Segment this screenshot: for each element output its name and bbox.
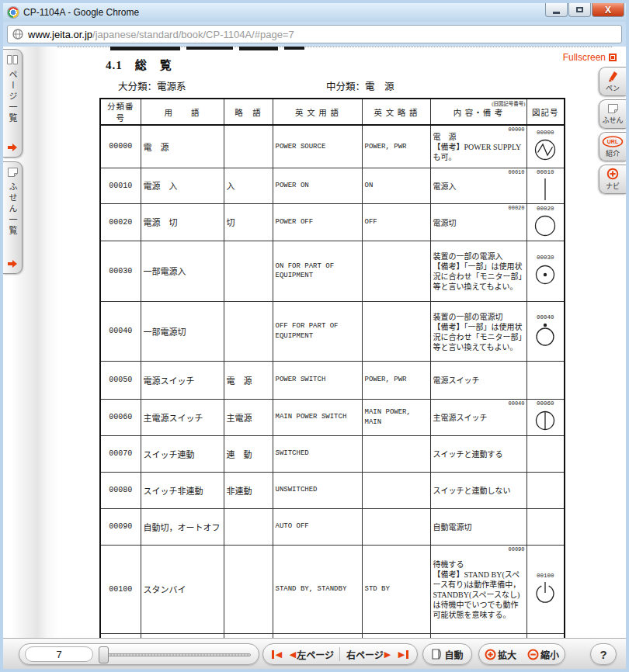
cell-term: 自動切，オートオフ [141,508,224,545]
header-note: (旧図記号番号) 内 容・備 考 [430,99,526,125]
header-english-abbr: 英 文 略 語 [362,99,430,125]
left-page-button[interactable]: ◀左ページ [289,648,334,661]
fullscreen-label: Fullscreen [563,52,606,63]
symbol-number: 00030 [530,255,562,262]
cell-class-number: 00030 [100,241,141,301]
cell-symbol: 00030 [526,241,565,301]
power-source-icon [533,137,558,163]
page-slider-track[interactable] [103,653,251,656]
first-page-button[interactable]: ◀ [271,649,283,660]
circle-icon [533,213,558,239]
minimize-icon [553,12,560,14]
cell-english-abbr: MAIN POWER, MAIN [362,399,430,435]
sidebar-tab-label: ペン [606,83,620,93]
cell-note: 00020電源切 [430,203,526,241]
cell-english-term: ON FOR PART OF EQUIPMENT [273,241,362,301]
arrow-right-icon [7,143,18,152]
cell-english-term: MAIN POWER SWITCH [273,399,362,435]
sidebar-tab-url-share[interactable]: URL 紹介 [599,132,626,161]
last-page-icon [406,650,408,659]
browser-window: CP-1104A - Google Chrome X www.jeita.or.… [0,0,629,672]
sidebar-tab-label: ページ一覧 [6,70,19,143]
first-page-icon [272,650,274,659]
old-symbol-number: 00090 [508,546,524,552]
cell-abbr: 切 [224,203,273,241]
cell-english-term: POWER ON [273,168,362,203]
maximize-button[interactable] [568,3,591,17]
cell-symbol [526,435,565,472]
cell-abbr: 主電源 [224,399,273,435]
symbol-number: 00060 [530,400,562,407]
cell-class-number: 00020 [100,203,141,241]
table-row: 00010電源 入入POWER ONON00010電源入00010 [100,168,565,203]
cell-abbr: 非連動 [224,472,273,508]
right-page-button[interactable]: 右ページ▶ [346,648,391,661]
help-button[interactable]: ? [590,643,617,665]
address-bar[interactable]: www.jeita.or.jp/japanese/standard/book/C… [7,25,622,43]
sidebar-tab-pen[interactable]: ペン [599,67,626,96]
cell-english-abbr [362,301,430,361]
cell-english-abbr: ON [362,168,430,203]
circle-line-icon [533,407,558,434]
cell-english-term: UNSWITCHED [273,472,362,508]
table-row: 00070スイッチ連動連 動SWITCHEDスイッチと連動する [100,435,565,472]
cell-note: 自動電源切 [430,508,526,545]
window-title: CP-1104A - Google Chrome [23,7,139,18]
cell-english-abbr [362,435,430,472]
cell-class-number: 00060 [100,399,141,435]
zoom-controls: 拡大 縮小 [478,643,565,665]
page-number-input[interactable] [25,646,93,662]
sidebar-tab-sticky-list[interactable]: ふせん一覧 [3,161,23,274]
cell-english-abbr [362,508,430,545]
section-heading: 4.1 総 覧 [106,56,172,72]
zoom-in-label: 拡大 [498,648,516,661]
close-button[interactable]: X [592,3,624,17]
line-icon [533,176,558,203]
auto-page-button[interactable]: 自動 [422,643,472,665]
cell-note: 装置の一部の電源入 【備考】「一部」は使用状況に合わせ「モニター部」等と言い換え… [430,241,526,301]
cell-english-abbr [362,241,430,301]
cell-symbol: 00000 [526,125,565,168]
cell-class-number: 00000 [100,125,141,168]
cell-abbr [224,125,273,168]
symbol-number: 00040 [530,314,562,321]
cell-note: 00090待機する 【備考】STAND BY(スペース有り)は動作準備中，STA… [430,545,526,633]
sidebar-tab-page-list[interactable]: ページ一覧 [3,49,23,158]
zoom-in-button[interactable]: 拡大 [485,648,516,661]
zoom-out-button[interactable]: 縮小 [527,648,559,661]
cell-abbr [224,301,273,361]
cell-term: 電源スイッチ [141,361,224,399]
navi-icon [606,168,619,180]
note-icon [607,103,619,114]
cell-symbol [526,508,565,545]
last-page-button[interactable]: ▶ [398,649,409,660]
fullscreen-button[interactable]: Fullscreen [563,52,617,63]
sidebar-tab-sticky[interactable]: ふせん [599,99,626,129]
cell-term: 電源 切 [141,203,224,241]
standby-icon [533,580,558,606]
symbol-number: 00020 [530,206,562,213]
book-icon [6,54,19,65]
sidebar-tab-navi[interactable]: ナビ [599,165,626,194]
header-symbol: 図記号 [526,99,565,125]
viewer-content: Fullscreen ページ一覧 ふせん一覧 [3,47,626,638]
sidebar-tab-label: ふせん [602,115,623,125]
table-row: 00090自動切，オートオフAUTO OFF自動電源切 [100,508,565,545]
zoom-out-label: 縮小 [540,648,559,661]
symbol-number: 00100 [530,573,562,580]
cell-class-number: 00090 [100,508,141,545]
cell-english-abbr [362,472,430,508]
cell-note: 00010電源入 [430,168,526,203]
table-row: 00100スタンバイSTAND BY, STANDBYSTD BY00090待機… [100,545,565,633]
clipped-heading-fragment [110,47,180,50]
zoom-in-icon [485,649,496,660]
sidebar-tab-label: ナビ [606,181,620,191]
minimize-button[interactable] [545,3,568,17]
page-slider-handle[interactable] [99,646,109,663]
symbol-number: 00000 [530,130,562,137]
cell-note: 電源スイッチ [430,361,526,399]
cell-term: スイッチ非連動 [141,472,224,508]
cell-term: 主電源スイッチ [141,399,224,435]
title-bar: CP-1104A - Google Chrome X [3,3,626,22]
cell-term: 一部電源切 [141,301,224,361]
